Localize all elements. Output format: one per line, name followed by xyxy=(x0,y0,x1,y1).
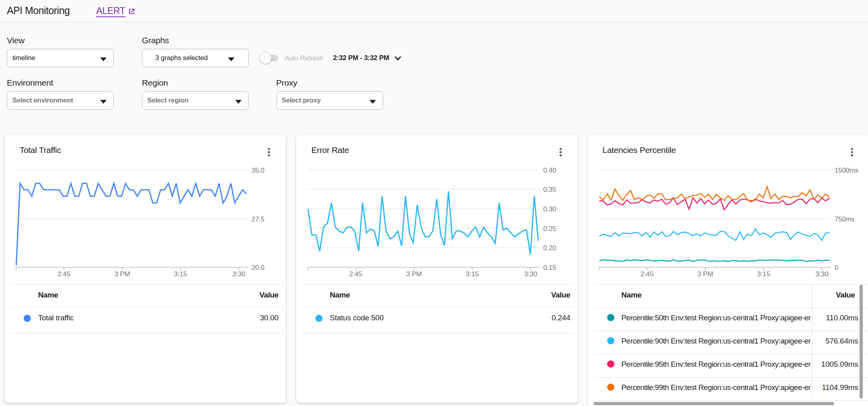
svg-text:3 PM: 3 PM xyxy=(406,270,422,278)
svg-text:20.0: 20.0 xyxy=(252,264,264,271)
svg-text:3:30: 3:30 xyxy=(524,270,537,278)
svg-text:3:15: 3:15 xyxy=(466,270,478,278)
svg-text:2:45: 2:45 xyxy=(640,270,653,278)
svg-text:0.15: 0.15 xyxy=(543,264,556,271)
svg-text:3:30: 3:30 xyxy=(232,270,245,278)
svg-text:0.25: 0.25 xyxy=(543,225,556,233)
svg-text:2:45: 2:45 xyxy=(57,270,70,278)
svg-text:0.30: 0.30 xyxy=(543,205,556,213)
svg-text:0.35: 0.35 xyxy=(543,186,556,193)
svg-text:2:45: 2:45 xyxy=(349,270,362,278)
svg-text:3:15: 3:15 xyxy=(757,270,770,278)
svg-text:0.20: 0.20 xyxy=(543,244,556,252)
svg-text:750ms: 750ms xyxy=(834,215,854,223)
svg-text:3 PM: 3 PM xyxy=(697,270,713,278)
svg-text:3:15: 3:15 xyxy=(174,270,187,278)
svg-text:27.5: 27.5 xyxy=(252,215,264,223)
svg-text:1500ms: 1500ms xyxy=(834,167,858,174)
svg-text:0: 0 xyxy=(834,264,838,271)
svg-text:0.40: 0.40 xyxy=(543,167,556,174)
svg-text:3:30: 3:30 xyxy=(815,270,828,278)
svg-text:35.0: 35.0 xyxy=(252,167,264,174)
svg-text:3 PM: 3 PM xyxy=(115,270,130,278)
